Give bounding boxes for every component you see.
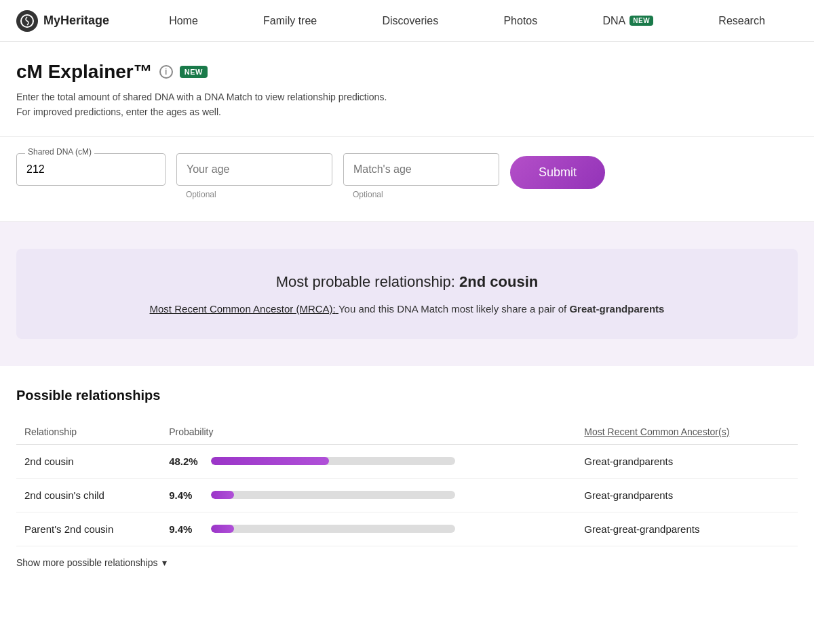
- prob-label: 9.4%: [169, 489, 203, 501]
- logo-text: MyHeritage: [43, 14, 109, 28]
- shared-dna-field: Shared DNA (cM): [16, 153, 166, 186]
- prob-bar-bg: [211, 525, 455, 533]
- result-card: Most probable relationship: 2nd cousin M…: [16, 249, 798, 339]
- page-header: cM Explainer™ i NEW Enter the total amou…: [0, 42, 814, 137]
- relationships-table: Relationship Probability Most Recent Com…: [16, 420, 798, 546]
- results-background: Most probable relationship: 2nd cousin M…: [0, 222, 814, 366]
- nav-photos[interactable]: Photos: [503, 15, 537, 27]
- your-age-field: Optional: [176, 153, 332, 199]
- match-age-field: Optional: [343, 153, 499, 199]
- nav-discoveries[interactable]: Discoveries: [382, 15, 438, 27]
- navigation: MyHeritage Home Family tree Discoveries …: [0, 0, 814, 42]
- logo[interactable]: MyHeritage: [16, 10, 109, 32]
- show-more-button[interactable]: Show more possible relationships ▾: [16, 557, 167, 568]
- mrca-ancestor: Great-grandparents: [569, 303, 664, 315]
- possible-title: Possible relationships: [16, 388, 798, 403]
- mrca-desc: You and this DNA Match most likely share…: [338, 303, 566, 315]
- dna-badge: NEW: [629, 16, 653, 26]
- nav-research[interactable]: Research: [718, 15, 764, 27]
- prob-bar-fill: [211, 491, 234, 499]
- show-more-label: Show more possible relationships: [16, 557, 158, 568]
- prob-bar-bg: [211, 457, 455, 465]
- nav-home[interactable]: Home: [169, 15, 198, 27]
- chevron-down-icon: ▾: [162, 557, 167, 568]
- col-probability: Probability: [161, 420, 576, 445]
- new-badge: NEW: [180, 66, 208, 78]
- table-row: Parent's 2nd cousin 9.4% Great-great-gra…: [16, 512, 798, 546]
- page-desc-line1: Enter the total amount of shared DNA wit…: [16, 89, 798, 104]
- possible-section: Possible relationships Relationship Prob…: [0, 366, 814, 595]
- cell-probability: 9.4%: [161, 478, 576, 512]
- col-relationship: Relationship: [16, 420, 161, 445]
- mrca-link[interactable]: Most Recent Common Ancestor (MRCA):: [150, 303, 338, 315]
- result-prefix: Most probable relationship:: [276, 273, 455, 290]
- your-age-input[interactable]: [177, 154, 332, 185]
- page-title: cM Explainer™: [16, 61, 153, 83]
- mrca-line: Most Recent Common Ancestor (MRCA): You …: [43, 303, 771, 315]
- table-row: 2nd cousin's child 9.4% Great-grandparen…: [16, 478, 798, 512]
- mrca-label: Most Recent Common Ancestor (MRCA):: [150, 303, 336, 315]
- your-age-optional: Optional: [176, 190, 332, 199]
- cell-relationship: 2nd cousin: [16, 444, 161, 478]
- match-age-input[interactable]: [344, 154, 499, 185]
- prob-label: 48.2%: [169, 456, 203, 467]
- nav-dna[interactable]: DNA NEW: [602, 15, 653, 27]
- table-row: 2nd cousin 48.2% Great-grandparents: [16, 444, 798, 478]
- most-probable-text: Most probable relationship: 2nd cousin: [43, 273, 771, 291]
- logo-icon: [16, 10, 38, 32]
- page-desc-line2: For improved predictions, enter the ages…: [16, 104, 798, 119]
- match-age-optional: Optional: [343, 190, 499, 199]
- info-icon[interactable]: i: [159, 65, 173, 79]
- nav-links: Home Family tree Discoveries Photos DNA …: [136, 15, 798, 27]
- cell-relationship: Parent's 2nd cousin: [16, 512, 161, 546]
- prob-bar-fill: [211, 457, 329, 465]
- result-relationship: 2nd cousin: [459, 273, 538, 290]
- submit-button[interactable]: Submit: [510, 156, 605, 189]
- cell-mrca: Great-great-grandparents: [576, 512, 798, 546]
- cell-relationship: 2nd cousin's child: [16, 478, 161, 512]
- cell-probability: 9.4%: [161, 512, 576, 546]
- prob-bar-fill: [211, 525, 234, 533]
- nav-family-tree[interactable]: Family tree: [263, 15, 317, 27]
- col-mrca[interactable]: Most Recent Common Ancestor(s): [576, 420, 798, 445]
- shared-dna-label: Shared DNA (cM): [25, 147, 94, 157]
- shared-dna-input[interactable]: [17, 154, 165, 185]
- form-section: Shared DNA (cM) Optional Optional Submit: [0, 137, 814, 222]
- cell-mrca: Great-grandparents: [576, 478, 798, 512]
- prob-label: 9.4%: [169, 523, 203, 535]
- prob-bar-bg: [211, 491, 455, 499]
- cell-mrca: Great-grandparents: [576, 444, 798, 478]
- cell-probability: 48.2%: [161, 444, 576, 478]
